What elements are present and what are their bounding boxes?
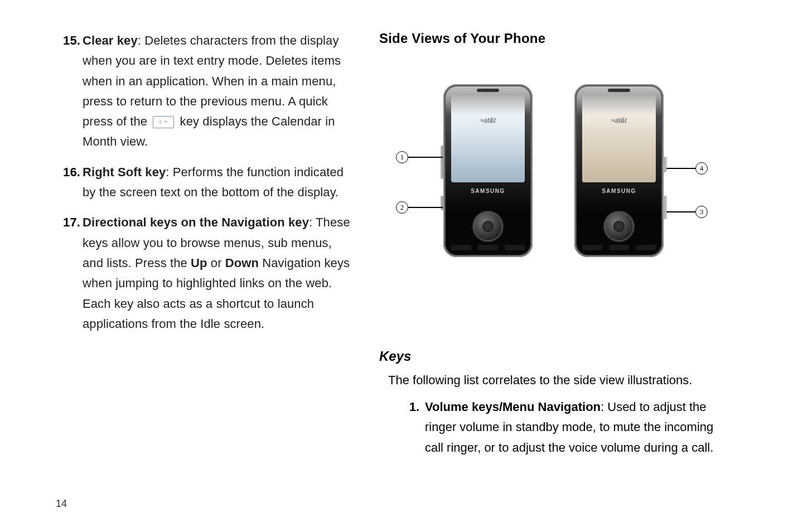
nav-wheel-icon <box>604 211 634 241</box>
item-bold-b: Down <box>225 256 259 270</box>
section-heading: Side Views of Your Phone <box>379 31 731 46</box>
page-number: 14 <box>56 498 67 510</box>
list-number: 15. <box>56 31 83 152</box>
intro-text: The following list correlates to the sid… <box>388 371 731 389</box>
list-body: Clear key: Deletes characters from the d… <box>83 31 351 152</box>
callout-number: 2 <box>396 201 408 214</box>
clear-key-icon <box>153 116 174 128</box>
keys-item-1: 1. Volume keys/Menu Navigation: Used to … <box>397 397 731 458</box>
item-text-b: or <box>207 256 225 270</box>
item-bold-a: Up <box>191 256 207 270</box>
list-body: Right Soft key: Performs the function in… <box>83 162 351 203</box>
carrier-logo: at&t <box>451 117 525 124</box>
phone-screen: at&t <box>582 94 656 182</box>
item-title: Clear key <box>83 33 138 47</box>
list-body: Volume keys/Menu Navigation: Used to adj… <box>425 397 731 458</box>
item-title: Volume keys/Menu Navigation <box>425 400 601 414</box>
callout-4: 4 <box>666 162 708 175</box>
page: 15. Clear key: Deletes characters from t… <box>0 0 798 532</box>
list-number: 16. <box>56 162 83 203</box>
phone-screen: at&t <box>451 94 525 182</box>
callout-number: 3 <box>695 206 708 218</box>
phone-illustration: at&t SAMSUNG at&t SAMSUNG <box>396 62 708 296</box>
callout-3: 3 <box>666 206 708 218</box>
callout-2: 2 <box>396 201 443 214</box>
callout-number: 4 <box>695 162 708 175</box>
right-column: Side Views of Your Phone at&t SAMSUNG at… <box>379 31 731 458</box>
spacer <box>379 307 731 346</box>
phone-brand: SAMSUNG <box>574 188 664 194</box>
item-title: Directional keys on the Navigation key <box>83 215 309 229</box>
list-number: 17. <box>56 212 83 334</box>
item-title: Right Soft key <box>83 165 166 179</box>
list-item-15: 15. Clear key: Deletes characters from t… <box>56 31 351 152</box>
key-row <box>582 245 656 250</box>
nav-wheel-icon <box>473 211 503 241</box>
callout-1: 1 <box>396 151 443 163</box>
phone-left: at&t SAMSUNG <box>443 84 533 257</box>
left-column: 15. Clear key: Deletes characters from t… <box>56 31 351 344</box>
key-row <box>451 245 525 250</box>
list-body: Directional keys on the Navigation key: … <box>83 212 351 334</box>
phone-brand: SAMSUNG <box>443 188 533 194</box>
phone-right: at&t SAMSUNG <box>574 84 664 257</box>
list-item-16: 16. Right Soft key: Performs the functio… <box>56 162 351 203</box>
carrier-logo: at&t <box>582 117 656 124</box>
list-item-17: 17. Directional keys on the Navigation k… <box>56 212 351 334</box>
list-number: 1. <box>397 397 425 458</box>
callout-number: 1 <box>396 151 408 163</box>
sub-heading-keys: Keys <box>379 349 731 364</box>
